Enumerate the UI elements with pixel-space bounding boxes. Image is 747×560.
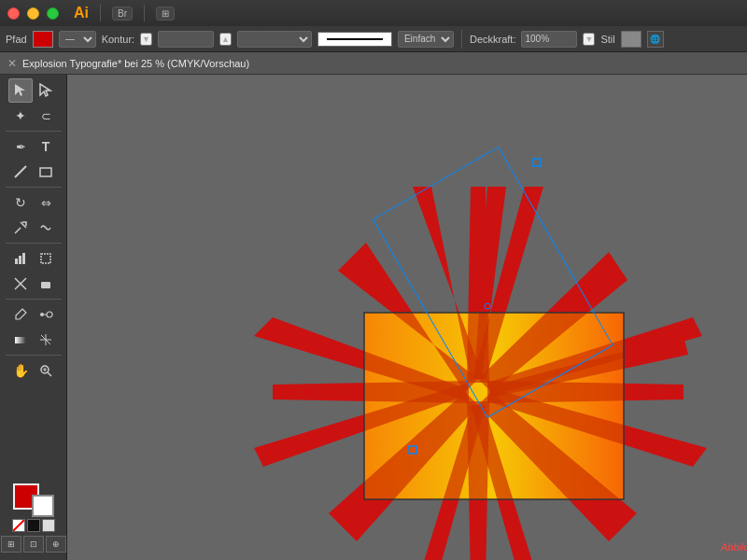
tool-separator-3 bbox=[6, 243, 62, 244]
extras-icon: ⊕ bbox=[52, 539, 60, 549]
tool-row-6 bbox=[8, 216, 58, 240]
minimize-button[interactable] bbox=[27, 7, 39, 20]
lasso-tool[interactable]: ⊂ bbox=[34, 104, 58, 128]
stil-label: Stil bbox=[600, 34, 614, 45]
hand-tool[interactable]: ✋ bbox=[8, 358, 33, 383]
color-mini-row bbox=[12, 519, 55, 532]
layout-button[interactable]: ⊞ bbox=[156, 7, 175, 21]
selection-tool[interactable] bbox=[8, 78, 33, 103]
tool-separator-5 bbox=[6, 355, 62, 356]
tool-separator-2 bbox=[6, 187, 62, 188]
pen-tool[interactable]: ✒ bbox=[8, 134, 33, 159]
warp-tool[interactable] bbox=[34, 216, 58, 240]
graph-tool[interactable] bbox=[8, 246, 33, 271]
black-color[interactable] bbox=[27, 519, 40, 532]
svg-rect-3 bbox=[40, 168, 51, 176]
svg-rect-4 bbox=[15, 259, 18, 264]
titlebar: Ai Br ⊞ bbox=[0, 0, 747, 26]
zoom-tool[interactable] bbox=[34, 358, 58, 383]
svg-rect-10 bbox=[41, 282, 50, 288]
kontur-down[interactable]: ▼ bbox=[140, 33, 152, 46]
fill-color[interactable] bbox=[33, 31, 53, 48]
lasso-icon: ⊂ bbox=[41, 109, 51, 123]
slice-tool[interactable] bbox=[8, 272, 33, 296]
tool-row-5: ↻ ⇔ bbox=[8, 190, 58, 215]
document-tab: ✕ Explosion Typografie* bei 25 % (CMYK/V… bbox=[0, 52, 747, 75]
line-tool[interactable] bbox=[8, 160, 33, 184]
tool-row-9 bbox=[8, 302, 58, 327]
kontur-label: Kontur: bbox=[102, 34, 134, 45]
rotate-tool[interactable]: ↻ bbox=[8, 190, 33, 215]
tool-row-1 bbox=[8, 78, 58, 103]
canvas-area[interactable]: Abbildung 11 bbox=[67, 75, 747, 560]
white-color[interactable] bbox=[42, 519, 55, 532]
deckkraft-input[interactable] bbox=[521, 31, 577, 48]
gradient-tool[interactable] bbox=[8, 328, 33, 352]
eyedropper-tool[interactable] bbox=[8, 302, 33, 327]
svg-line-19 bbox=[48, 372, 51, 376]
view-icon: ⊡ bbox=[30, 539, 37, 549]
kontur-value[interactable] bbox=[158, 31, 214, 48]
fx-icon: 🌐 bbox=[650, 35, 660, 44]
view-row: ⊞ ⊡ ⊕ bbox=[1, 536, 66, 553]
stroke-line bbox=[327, 38, 383, 40]
mesh-tool[interactable] bbox=[34, 328, 58, 352]
text-icon: T bbox=[42, 139, 50, 154]
svg-point-11 bbox=[40, 313, 44, 316]
svg-text:Abbildung 11: Abbildung 11 bbox=[720, 541, 747, 553]
deckkraft-arrow[interactable]: ▼ bbox=[583, 33, 595, 46]
screen-mode-icon: ⊞ bbox=[7, 539, 15, 549]
rectangle-tool[interactable] bbox=[34, 160, 58, 184]
text-tool[interactable]: T bbox=[34, 134, 58, 159]
rotate-icon: ↻ bbox=[15, 195, 26, 210]
stroke-style-select[interactable]: Einfach bbox=[398, 31, 454, 48]
blend-tool[interactable] bbox=[34, 302, 58, 327]
fx-button[interactable]: 🌐 bbox=[647, 31, 664, 48]
kontur-up[interactable]: ▲ bbox=[219, 33, 232, 46]
direct-selection-tool[interactable] bbox=[34, 78, 58, 103]
maximize-button[interactable] bbox=[47, 7, 59, 20]
separator bbox=[144, 5, 145, 21]
separator bbox=[461, 30, 462, 49]
background-color[interactable] bbox=[32, 495, 54, 517]
pen-icon: ✒ bbox=[16, 140, 26, 154]
view-button[interactable]: ⊡ bbox=[23, 536, 44, 553]
reflect-tool[interactable]: ⇔ bbox=[34, 190, 58, 215]
svg-marker-1 bbox=[40, 84, 50, 96]
main-area: ✦ ⊂ ✒ T ↻ bbox=[0, 75, 747, 560]
stil-preview bbox=[621, 31, 641, 48]
screen-mode-button[interactable]: ⊞ bbox=[1, 536, 21, 553]
svg-rect-14 bbox=[15, 337, 26, 343]
doc-close-button[interactable]: ✕ bbox=[7, 57, 17, 70]
extras-button[interactable]: ⊕ bbox=[46, 536, 66, 553]
hand-icon: ✋ bbox=[13, 363, 29, 378]
svg-rect-7 bbox=[41, 254, 50, 263]
tool-row-2: ✦ ⊂ bbox=[8, 104, 58, 128]
stroke-color-select[interactable]: — bbox=[59, 31, 96, 48]
tool-separator-4 bbox=[6, 299, 62, 300]
svg-rect-6 bbox=[22, 253, 25, 264]
left-toolbar: ✦ ⊂ ✒ T ↻ bbox=[0, 75, 67, 560]
none-color[interactable] bbox=[12, 519, 25, 532]
deckkraft-label: Deckkraft: bbox=[470, 34, 516, 45]
tool-row-8 bbox=[8, 272, 58, 296]
magic-wand-tool[interactable]: ✦ bbox=[8, 104, 33, 128]
tool-row-11: ✋ bbox=[8, 358, 58, 383]
path-label: Pfad bbox=[6, 34, 27, 45]
svg-line-2 bbox=[15, 166, 26, 177]
svg-point-12 bbox=[47, 312, 52, 317]
svg-rect-5 bbox=[19, 256, 21, 264]
color-section: ⊞ ⊡ ⊕ bbox=[0, 480, 67, 556]
svg-marker-0 bbox=[15, 84, 25, 96]
tool-row-3: ✒ T bbox=[8, 134, 58, 159]
magic-wand-icon: ✦ bbox=[15, 108, 26, 123]
artboard-tool[interactable] bbox=[34, 246, 58, 271]
tool-row-4 bbox=[8, 160, 58, 184]
kontur-select[interactable] bbox=[237, 31, 312, 48]
close-button[interactable] bbox=[7, 7, 20, 20]
canvas-svg: Abbildung 11 bbox=[67, 75, 747, 560]
bridge-button[interactable]: Br bbox=[112, 7, 133, 21]
tool-row-7 bbox=[8, 246, 58, 271]
scale-tool[interactable] bbox=[8, 216, 33, 240]
eraser-tool[interactable] bbox=[34, 272, 58, 296]
